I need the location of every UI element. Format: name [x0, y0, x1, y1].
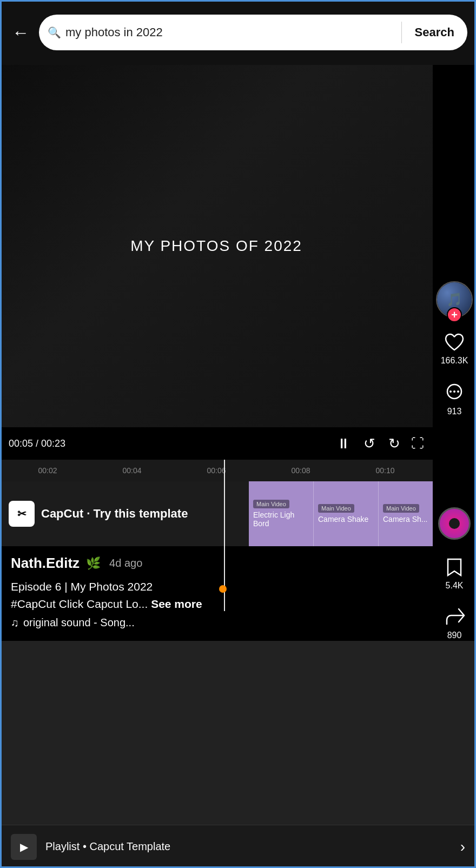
see-more-button[interactable]: See more	[151, 598, 202, 610]
svg-point-2	[453, 390, 455, 393]
clip-badge-3: Main Video	[383, 504, 419, 513]
clip-item: Main Video Electric Ligh Bord	[249, 481, 314, 546]
clip-name-2: Camera Shake	[318, 515, 368, 524]
forward-button[interactable]: ↻	[388, 435, 400, 452]
like-button[interactable]: 166.3K	[441, 330, 468, 366]
keyboard-area	[0, 641, 476, 825]
search-divider	[401, 22, 402, 43]
clip-badge-1: Main Video	[253, 500, 289, 508]
svg-point-1	[449, 390, 452, 393]
clip-item-2: Main Video Camera Shake	[314, 481, 379, 546]
sound-text: original sound - Song...	[23, 617, 135, 629]
svg-point-3	[457, 390, 459, 393]
music-disc[interactable]	[438, 507, 471, 540]
search-icon: 🔍	[48, 26, 61, 39]
bookmark-count: 5.4K	[446, 581, 464, 591]
follow-button[interactable]: +	[447, 307, 462, 322]
capcut-logo: ✂	[9, 501, 35, 527]
tick-4: 00:08	[259, 466, 343, 475]
right-sidebar: 🎵 + 166.3K 913	[433, 65, 476, 424]
comment-icon	[442, 381, 466, 405]
share-icon	[442, 605, 466, 628]
capcut-cta-text: CapCut · Try this template	[41, 507, 188, 521]
back-button[interactable]: ←	[9, 21, 32, 44]
share-button[interactable]: 890	[442, 605, 466, 640]
clip-name-3: Camera Sh...	[383, 515, 427, 524]
top-bar: ← 🔍 my photos in 2022 Search	[0, 0, 476, 65]
pause-button[interactable]: ⏸	[336, 435, 351, 452]
tick-3: 00:06	[174, 466, 259, 475]
timeline-markers: 00:02 00:04 00:06 00:08 00:10	[5, 466, 427, 475]
search-bar: 🔍 my photos in 2022 Search	[39, 15, 467, 50]
video-description: Episode 6 | My Photos 2022#CapCut Click …	[11, 578, 422, 612]
heart-icon	[442, 330, 466, 354]
video-title: MY PHOTOS OF 2022	[130, 237, 302, 255]
video-thumbnail[interactable]: MY PHOTOS OF 2022	[0, 65, 433, 427]
tick-1: 00:02	[5, 466, 90, 475]
playlist-icon: ▶	[11, 834, 37, 860]
author-badge: 🌿	[86, 556, 101, 571]
bookmark-icon	[442, 555, 466, 579]
timeline-area[interactable]: 00:02 00:04 00:06 00:08 00:10	[0, 460, 433, 481]
chevron-right-icon: ›	[460, 838, 465, 856]
bookmark-section: 5.4K	[433, 546, 476, 598]
search-button[interactable]: Search	[411, 25, 459, 39]
music-disc-inner	[449, 518, 460, 529]
tick-5: 00:10	[343, 466, 427, 475]
author-name[interactable]: Nath.Editz	[11, 555, 80, 572]
clip-item-3: Main Video Camera Sh...	[379, 481, 433, 546]
bottom-bar[interactable]: ▶ Playlist • Capcut Template ›	[0, 825, 476, 868]
music-note-icon: ♫	[11, 617, 19, 629]
clip-name-1: Electric Ligh Bord	[253, 511, 309, 528]
playlist-text: Playlist • Capcut Template	[45, 840, 452, 853]
fullscreen-button[interactable]: ⛶	[411, 436, 424, 451]
clip-badge-2: Main Video	[318, 504, 354, 513]
desc-text: Episode 6 | My Photos 2022#CapCut Click …	[11, 580, 153, 610]
time-display: 00:05 / 00:23	[9, 438, 79, 449]
like-count: 166.3K	[441, 356, 468, 366]
timeline-marker-dot	[219, 585, 227, 593]
video-controls: 00:05 / 00:23 ⏸ ↺ ↻ ⛶	[0, 427, 433, 460]
tick-2: 00:04	[90, 466, 174, 475]
bookmark-button[interactable]: 5.4K	[442, 555, 466, 591]
author-section: Nath.Editz 🌿 4d ago Episode 6 | My Photo…	[0, 546, 433, 633]
share-count: 890	[447, 631, 462, 640]
playlist-play-icon: ▶	[20, 840, 28, 853]
video-area: MY PHOTOS OF 2022	[0, 65, 433, 427]
sound-row[interactable]: ♫ original sound - Song...	[11, 617, 422, 629]
author-row: Nath.Editz 🌿 4d ago	[11, 555, 422, 572]
comment-count: 913	[447, 407, 462, 416]
clips-area: Main Video Electric Ligh Bord Main Video…	[249, 481, 433, 546]
search-query[interactable]: my photos in 2022	[65, 25, 393, 39]
author-time: 4d ago	[109, 557, 142, 569]
capcut-cta-area[interactable]: ✂ CapCut · Try this template	[0, 481, 249, 546]
rewind-button[interactable]: ↺	[363, 435, 375, 452]
comment-button[interactable]: 913	[442, 381, 466, 416]
author-avatar-wrap: 🎵 +	[436, 281, 473, 318]
